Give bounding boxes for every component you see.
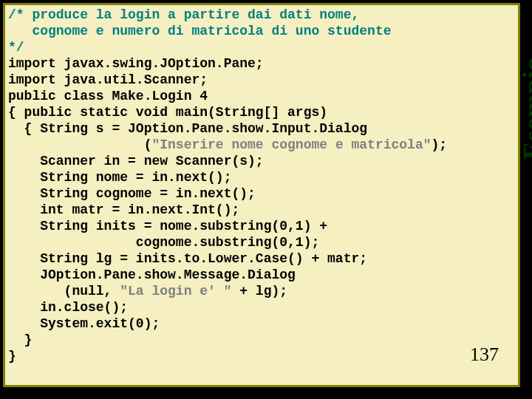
code-line: cognome.substring(0,1);: [8, 235, 319, 250]
code-line: }: [8, 332, 32, 347]
code-line: );: [432, 137, 448, 152]
code-line: public class Make.Login 4: [8, 89, 208, 103]
code-line: cognome e numero di matricola di uno stu…: [8, 24, 391, 38]
code-line: + lg);: [231, 284, 287, 299]
string-literal: "Inserire nome cognome e matricola": [151, 137, 431, 152]
code-line: String lg = inits.to.Lower.Case() + matr…: [8, 251, 367, 266]
code-line: String cognome = in.next();: [8, 186, 256, 201]
page-number: 137: [470, 344, 499, 366]
code-line: */: [8, 40, 24, 55]
code-line: JOption.Pane.show.Message.Dialog: [8, 267, 296, 282]
code-line: in.close();: [8, 300, 128, 315]
code-line: (null,: [8, 284, 120, 299]
code-line: System.exit(0);: [8, 316, 160, 331]
code-block: /* produce la login a partire dai dati n…: [8, 7, 515, 364]
code-line: Scanner in = new Scanner(s);: [8, 154, 264, 168]
code-line: /* produce la login a partire dai dati n…: [8, 7, 359, 22]
code-line: { String s = JOption.Pane.show.Input.Dia…: [8, 121, 367, 136]
code-line: String inits = nome.substring(0,1) +: [8, 219, 327, 233]
code-line: (: [8, 137, 151, 152]
code-line: { public static void main(String[] args): [8, 105, 327, 120]
slide: Esempio /* produce la login a partire da…: [3, 3, 520, 387]
code-line: int matr = in.next.Int();: [8, 202, 239, 217]
code-line: String nome = in.next();: [8, 170, 231, 185]
code-line: import javax.swing.JOption.Pane;: [8, 56, 264, 71]
side-label: Esempio: [516, 57, 532, 160]
string-literal: "La login e' ": [120, 284, 231, 299]
code-line: }: [8, 349, 16, 364]
code-line: import java.util.Scanner;: [8, 72, 208, 87]
